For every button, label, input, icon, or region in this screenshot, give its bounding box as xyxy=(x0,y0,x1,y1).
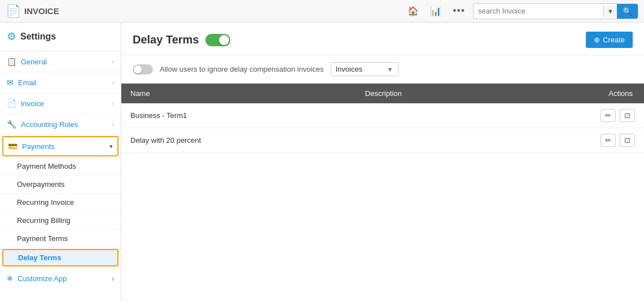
overpayments-label: Overpayments xyxy=(17,180,65,189)
page-toggle[interactable] xyxy=(205,34,230,46)
create-button[interactable]: ⊕ Create xyxy=(586,32,633,48)
delay-terms-label: Delay Terms xyxy=(18,253,61,262)
table-row: Business - Term1 ✏ ⊡ xyxy=(121,103,644,128)
content-area: ‹ Delay Terms ⊕ Create xyxy=(121,23,644,302)
filter-toggle-thumb xyxy=(134,65,142,73)
home-button[interactable]: 🏠 xyxy=(404,3,422,19)
content-wrapper: ‹ Delay Terms ⊕ Create xyxy=(121,23,644,153)
page-header: Delay Terms ⊕ Create xyxy=(121,23,644,55)
sidebar-item-general[interactable]: 📋 General › xyxy=(0,51,121,72)
accounting-rules-chevron-icon: › xyxy=(112,121,114,128)
sidebar-item-payments[interactable]: 💳 Payments ▾ xyxy=(2,136,119,156)
row2-name: Delay with 20 percent xyxy=(121,128,356,153)
table-row: Delay with 20 percent ✏ ⊡ xyxy=(121,128,644,153)
row2-actions: ✏ ⊡ xyxy=(501,128,644,153)
invoice-chevron-icon: › xyxy=(112,100,114,107)
payment-methods-label: Payment Methods xyxy=(17,162,76,170)
sidebar-item-general-label: General xyxy=(21,58,47,66)
email-icon: ✉ xyxy=(7,78,14,87)
sidebar-item-payments-label: Payments xyxy=(22,142,55,151)
row1-actions: ✏ ⊡ xyxy=(501,103,644,128)
table-header: Name Description Actions xyxy=(121,84,644,103)
row1-edit-button[interactable]: ✏ xyxy=(601,109,616,122)
sidebar-item-recurring-billing[interactable]: Recurring Billing xyxy=(0,212,121,230)
main-layout: ⚙ Settings 📋 General › ✉ Email › 📄 Invoi… xyxy=(0,23,644,302)
settings-gear-icon: ⚙ xyxy=(7,30,16,43)
row2-edit-button[interactable]: ✏ xyxy=(601,134,616,147)
sidebar-item-customize-app[interactable]: ✱ Customize App › xyxy=(0,269,121,288)
email-chevron-icon: › xyxy=(112,79,114,86)
recurring-invoice-label: Recurring Invoice xyxy=(17,198,74,207)
toggle-thumb xyxy=(219,35,229,45)
sidebar-item-delay-terms[interactable]: Delay Terms xyxy=(2,249,119,266)
sidebar-title: Settings xyxy=(20,32,56,42)
filter-bar: Allow users to ignore delay compensation… xyxy=(121,55,644,84)
search-dropdown-button[interactable]: ▼ xyxy=(603,6,617,17)
customize-app-chevron-icon: › xyxy=(112,274,114,283)
filter-label: Allow users to ignore delay compensation… xyxy=(160,65,324,73)
sidebar-item-invoice[interactable]: 📄 Invoice › xyxy=(0,93,121,114)
sidebar-item-email[interactable]: ✉ Email › xyxy=(0,72,121,93)
row1-copy-button[interactable]: ⊡ xyxy=(620,109,635,122)
search-container: ▼ 🔍 xyxy=(473,3,638,19)
sidebar-item-payment-terms[interactable]: Payment Terms xyxy=(0,230,121,248)
payment-terms-label: Payment Terms xyxy=(17,234,68,243)
general-icon: 📋 xyxy=(7,57,16,66)
app-title: INVOICE xyxy=(24,6,59,16)
col-description: Description xyxy=(356,84,501,103)
customize-app-icon: ✱ xyxy=(7,274,13,283)
sidebar-item-accounting-rules[interactable]: 🔧 Accounting Rules › xyxy=(0,114,121,135)
col-actions: Actions xyxy=(501,84,644,103)
sidebar-item-overpayments[interactable]: Overpayments xyxy=(0,176,121,194)
accounting-rules-icon: 🔧 xyxy=(7,120,16,129)
sidebar-item-recurring-invoice[interactable]: Recurring Invoice xyxy=(0,194,121,212)
general-chevron-icon: › xyxy=(112,58,114,65)
sidebar: ⚙ Settings 📋 General › ✉ Email › 📄 Invoi… xyxy=(0,23,121,302)
filter-toggle[interactable] xyxy=(133,64,153,75)
app-logo-icon: 📄 xyxy=(6,4,21,19)
sidebar-item-accounting-label: Accounting Rules xyxy=(21,120,78,129)
create-button-label: Create xyxy=(603,36,625,44)
table-body: Business - Term1 ✏ ⊡ Delay with 20 perce… xyxy=(121,103,644,153)
row1-name: Business - Term1 xyxy=(121,103,356,128)
chart-button[interactable]: 📊 xyxy=(427,3,445,19)
sidebar-item-invoice-label: Invoice xyxy=(21,99,44,108)
row2-copy-button[interactable]: ⊡ xyxy=(620,134,635,147)
recurring-billing-label: Recurring Billing xyxy=(17,216,71,225)
header-actions: 🏠 📊 ••• ▼ 🔍 xyxy=(404,3,638,19)
row2-description xyxy=(356,128,501,153)
more-button[interactable]: ••• xyxy=(449,3,468,19)
search-input[interactable] xyxy=(474,5,603,17)
search-go-button[interactable]: 🔍 xyxy=(617,4,638,19)
table-header-row: Name Description Actions xyxy=(121,84,644,103)
customize-app-label: Customize App xyxy=(17,274,67,283)
col-name: Name xyxy=(121,84,356,103)
filter-select[interactable]: Invoices ▼ xyxy=(331,62,398,76)
page-title: Delay Terms xyxy=(133,33,199,46)
invoice-icon: 📄 xyxy=(7,99,16,108)
sidebar-header: ⚙ Settings xyxy=(0,23,121,51)
toggle-track[interactable] xyxy=(205,34,230,46)
app-logo: 📄 INVOICE xyxy=(6,4,119,19)
sidebar-item-email-label: Email xyxy=(18,78,37,87)
data-table: Name Description Actions Business - Term… xyxy=(121,84,644,153)
page-title-section: Delay Terms xyxy=(133,33,230,46)
sidebar-sub-items: Payment Methods Overpayments Recurring I… xyxy=(0,157,121,266)
filter-select-arrow-icon: ▼ xyxy=(387,66,393,73)
payments-chevron-icon: ▾ xyxy=(109,143,113,150)
sidebar-item-payment-methods[interactable]: Payment Methods xyxy=(0,157,121,176)
filter-select-value: Invoices xyxy=(336,65,384,73)
top-header: 📄 INVOICE 🏠 📊 ••• ▼ 🔍 xyxy=(0,0,644,23)
create-icon: ⊕ xyxy=(594,36,600,44)
row1-description xyxy=(356,103,501,128)
payments-icon: 💳 xyxy=(8,142,17,151)
